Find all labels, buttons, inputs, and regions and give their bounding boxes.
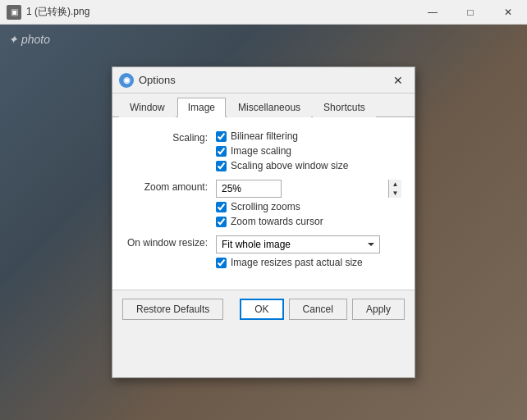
options-dialog: ◉ Options ✕ Window Image Miscellaneous S… [112, 66, 415, 378]
zoom-spin-buttons: ▲ ▼ [388, 180, 401, 198]
window-titlebar: ▣ 1 (已转换).png — □ ✕ [0, 0, 527, 25]
zoom-input[interactable] [216, 180, 282, 198]
scaling-above-label: Scaling above window size [231, 160, 348, 171]
scaling-controls: Bilinear filtering Image scaling Scaling… [216, 130, 401, 171]
dialog-close-button[interactable]: ✕ [388, 71, 408, 90]
dialog-titlebar: ◉ Options ✕ [112, 67, 415, 94]
resize-dropdown[interactable]: Fit whole image Stretch to fit Keep size [216, 235, 380, 253]
zoom-cursor-checkbox[interactable] [216, 217, 227, 227]
dialog-footer: Restore Defaults OK Cancel Apply [112, 290, 415, 328]
bilinear-label: Bilinear filtering [231, 130, 298, 142]
scrolling-zooms-checkbox[interactable] [216, 202, 227, 212]
dialog-icon: ◉ [119, 73, 134, 88]
restore-defaults-button[interactable]: Restore Defaults [122, 299, 223, 320]
zoom-row: Zoom amount: ▲ ▼ Scrolling zooms [126, 180, 401, 227]
zoom-increment-button[interactable]: ▲ [389, 180, 401, 189]
scaling-label: Scaling: [126, 130, 216, 144]
image-resizes-checkbox-row[interactable]: Image resizes past actual size [216, 257, 401, 268]
zoom-cursor-label: Zoom towards cursor [231, 216, 323, 227]
dialog-content: Scaling: Bilinear filtering Image scalin… [112, 117, 415, 290]
bilinear-checkbox-row[interactable]: Bilinear filtering [216, 130, 401, 142]
cancel-button[interactable]: Cancel [289, 299, 347, 320]
tab-shortcuts[interactable]: Shortcuts [313, 98, 376, 117]
dialog-title: Options [139, 74, 388, 86]
apply-button[interactable]: Apply [352, 299, 405, 320]
scaling-row: Scaling: Bilinear filtering Image scalin… [126, 130, 401, 171]
dialog-overlay: ◉ Options ✕ Window Image Miscellaneous S… [0, 25, 527, 420]
tab-image[interactable]: Image [177, 98, 226, 117]
window-title: 1 (已转换).png [26, 5, 414, 19]
ok-button[interactable]: OK [240, 299, 283, 320]
window-close-button[interactable]: ✕ [489, 0, 527, 25]
scrolling-zooms-checkbox-row[interactable]: Scrolling zooms [216, 201, 401, 212]
resize-label: On window resize: [126, 235, 216, 249]
scaling-above-checkbox[interactable] [216, 161, 227, 171]
minimize-button[interactable]: — [414, 0, 451, 25]
zoom-label: Zoom amount: [126, 180, 216, 193]
zoom-cursor-checkbox-row[interactable]: Zoom towards cursor [216, 216, 401, 227]
tab-window[interactable]: Window [119, 98, 176, 117]
tab-bar: Window Image Miscellaneous Shortcuts [112, 94, 415, 117]
tab-miscellaneous[interactable]: Miscellaneous [227, 98, 311, 117]
resize-dropdown-wrapper: Fit whole image Stretch to fit Keep size [216, 235, 401, 253]
image-resizes-checkbox[interactable] [216, 258, 227, 268]
resize-row: On window resize: Fit whole image Stretc… [126, 235, 401, 268]
window-controls: — □ ✕ [414, 0, 527, 24]
image-scaling-label: Image scaling [231, 145, 291, 157]
app-icon: ▣ [7, 5, 21, 20]
image-scaling-checkbox-row[interactable]: Image scaling [216, 145, 401, 157]
zoom-decrement-button[interactable]: ▼ [389, 189, 401, 198]
image-resizes-label: Image resizes past actual size [231, 257, 363, 268]
resize-controls: Fit whole image Stretch to fit Keep size… [216, 235, 401, 268]
zoom-controls: ▲ ▼ Scrolling zooms Zoom towards cursor [216, 180, 401, 227]
bilinear-checkbox[interactable] [216, 131, 227, 142]
zoom-input-wrapper: ▲ ▼ [216, 180, 401, 198]
image-scaling-checkbox[interactable] [216, 146, 227, 157]
maximize-button[interactable]: □ [451, 0, 489, 25]
footer-buttons: OK Cancel Apply [240, 299, 405, 320]
scrolling-zooms-label: Scrolling zooms [231, 201, 300, 212]
scaling-above-checkbox-row[interactable]: Scaling above window size [216, 160, 401, 171]
